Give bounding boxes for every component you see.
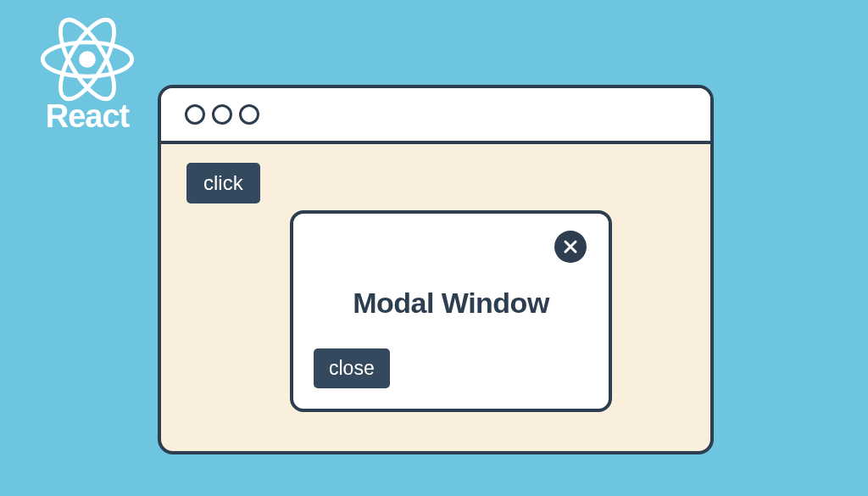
window-control-circle[interactable] (185, 104, 205, 125)
browser-window: click Modal Window close (158, 85, 714, 454)
close-button[interactable]: close (314, 348, 390, 388)
window-control-circle[interactable] (239, 104, 259, 125)
svg-point-0 (79, 51, 96, 68)
modal-dialog: Modal Window close (290, 210, 612, 412)
close-icon[interactable] (554, 231, 587, 263)
window-control-circle[interactable] (212, 104, 232, 125)
click-button[interactable]: click (186, 163, 260, 203)
modal-title: Modal Window (293, 287, 609, 320)
browser-titlebar (161, 88, 710, 144)
react-logo-text: React (46, 98, 130, 135)
react-atom-icon (41, 17, 134, 102)
browser-content: click Modal Window close (161, 144, 710, 451)
react-logo: React (41, 17, 134, 135)
